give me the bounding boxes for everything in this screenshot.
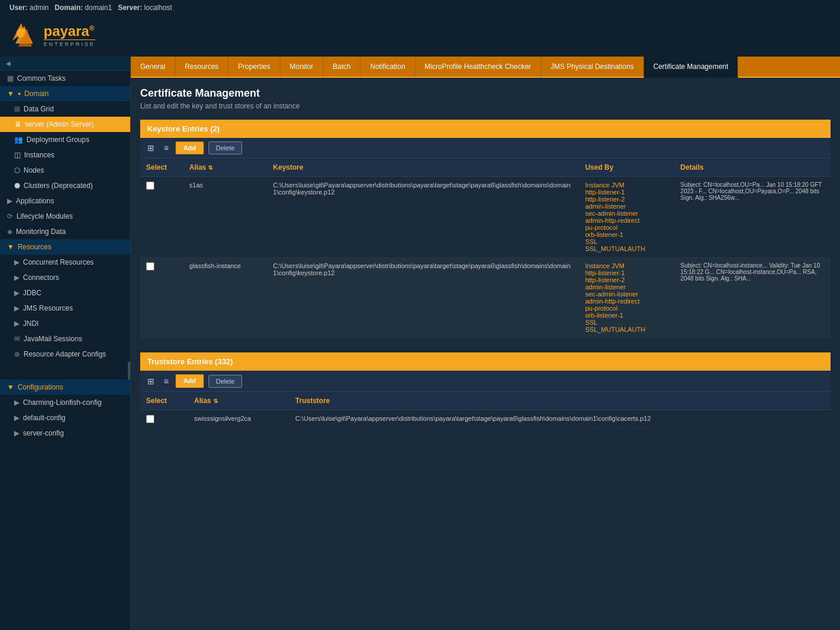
sidebar-item-common-tasks[interactable]: ▦ Common Tasks (0, 71, 130, 86)
tab-batch[interactable]: Batch (323, 57, 361, 77)
sidebar-item-configurations[interactable]: ▼ Configurations (0, 380, 130, 395)
used-by-link[interactable]: sec-admin-listener (585, 210, 669, 217)
sidebar-item-lifecycle-modules[interactable]: ⟳ Lifecycle Modules (0, 209, 130, 224)
triangle-down-icon: ▼ (7, 383, 14, 391)
used-by-link[interactable]: http-listener-1 (585, 269, 669, 276)
sidebar-item-label: server-config (23, 429, 64, 437)
used-by-link[interactable]: admin-listener (585, 203, 669, 210)
truststore-resize-icon[interactable]: ⊞ (145, 375, 157, 387)
mail-icon: ✉ (14, 335, 20, 343)
used-by-link[interactable]: orb-listener-1 (585, 231, 669, 238)
sidebar-item-label: Data Grid (24, 105, 54, 113)
used-by-link[interactable]: Instance JVM (585, 182, 669, 189)
truststore-section: Truststore Entries (332) ⊞ ≡ Add Delete … (140, 352, 831, 430)
used-by-link[interactable]: Instance JVM (585, 262, 669, 269)
sidebar-item-server-config[interactable]: ▶ server-config (0, 426, 130, 441)
sidebar-item-label: Domain (24, 90, 48, 98)
monitor-icon: ◈ (7, 227, 12, 236)
keystore-resize-icon[interactable]: ⊞ (145, 142, 157, 154)
keystore-add-button[interactable]: Add (176, 141, 203, 154)
config-item-icon: ▶ (14, 414, 19, 422)
sidebar-item-domain[interactable]: ▼ ● Domain (0, 86, 130, 101)
used-by-link[interactable]: orb-listener-1 (585, 312, 669, 319)
sidebar-item-jndi[interactable]: ▶ JNDI (0, 316, 130, 331)
sidebar: ◀ ▦ Common Tasks ▼ ● Domain ⊞ Data Grid … (0, 57, 131, 630)
keystore-section: Keystore Entries (2) ⊞ ≡ Add Delete Sele… (140, 120, 831, 338)
truststore-row-checkbox[interactable] (146, 415, 154, 423)
sidebar-item-deployment-groups[interactable]: 👥 Deployment Groups (0, 132, 130, 147)
used-by-link[interactable]: admin-http-redirect (585, 217, 669, 224)
sidebar-item-label: Nodes (24, 166, 44, 174)
server-icon: 🖥 (14, 120, 21, 128)
sidebar-item-label: Clusters (Deprecated) (24, 182, 92, 190)
keystore-row-checkbox[interactable] (146, 262, 154, 271)
tab-notification[interactable]: Notification (361, 57, 415, 77)
sidebar-item-nodes[interactable]: ⬡ Nodes (0, 163, 130, 178)
used-by-link[interactable]: pu-protocol (585, 224, 669, 231)
sidebar-item-default-config[interactable]: ▶ default-config (0, 410, 130, 426)
domain-label: Domain: domain1 (55, 4, 112, 12)
sidebar-item-applications[interactable]: ▶ Applications (0, 193, 130, 209)
used-by-link[interactable]: SSL (585, 238, 669, 245)
alias-sort-icon[interactable]: ⇅ (213, 398, 218, 404)
used-by-link[interactable]: admin-http-redirect (585, 298, 669, 305)
used-by-link[interactable]: SSL (585, 319, 669, 326)
truststore-delete-button[interactable]: Delete (209, 375, 243, 388)
truststore-col-alias: Alias ⇅ (188, 392, 290, 410)
sidebar-item-instances[interactable]: ◫ Instances (0, 147, 130, 163)
sidebar-item-resource-adapter-configs[interactable]: ⊕ Resource Adapter Configs (0, 347, 130, 362)
tab-jms-physical[interactable]: JMS Physical Destinations (541, 57, 644, 77)
keystore-col-keystore: Keystore (267, 159, 580, 177)
used-by-link[interactable]: http-listener-2 (585, 276, 669, 283)
truststore-cell-select (140, 410, 188, 430)
used-by-link[interactable]: SSL_MUTUALAUTH (585, 326, 669, 333)
grid-icon: ⊞ (14, 105, 20, 113)
sidebar-item-charming-lionfish-config[interactable]: ▶ Charming-Lionfish-config (0, 395, 130, 410)
alias-sort-icon[interactable]: ⇅ (208, 164, 213, 171)
keystore-delete-button[interactable]: Delete (209, 141, 243, 154)
tab-properties[interactable]: Properties (229, 57, 280, 77)
sidebar-item-server-admin[interactable]: 🖥 server (Admin Server) (0, 117, 130, 132)
sidebar-item-label: Configurations (18, 383, 63, 391)
sidebar-item-label: JNDI (23, 319, 39, 328)
used-by-link[interactable]: pu-protocol (585, 305, 669, 312)
sidebar-item-jms-resources[interactable]: ▶ JMS Resources (0, 301, 130, 316)
keystore-row-checkbox[interactable] (146, 182, 154, 190)
content-area: General Resources Properties Monitor Bat… (131, 57, 840, 630)
sidebar-item-javamail-sessions[interactable]: ✉ JavaMail Sessions (0, 331, 130, 347)
sidebar-item-concurrent-resources[interactable]: ▶ Concurrent Resources (0, 255, 130, 270)
truststore-col-select: Select (140, 392, 188, 410)
tab-bar: General Resources Properties Monitor Bat… (131, 57, 840, 78)
used-by-link[interactable]: sec-admin-listener (585, 291, 669, 298)
table-row: glassfish-instance C:\Users\luise\git\Pa… (140, 258, 831, 338)
cluster-icon: ⬣ (14, 182, 20, 190)
group-icon: 👥 (14, 136, 23, 144)
tab-general[interactable]: General (131, 57, 176, 77)
sidebar-item-jdbc[interactable]: ▶ JDBC (0, 285, 130, 301)
sidebar-item-data-grid[interactable]: ⊞ Data Grid (0, 101, 130, 117)
truststore-add-button[interactable]: Add (176, 374, 203, 388)
keystore-cell-path: C:\Users\luise\git\Payara\appserver\dist… (267, 177, 580, 258)
lifecycle-icon: ⟳ (7, 212, 13, 220)
keystore-table: Select Alias ⇅ Keystore Used By Details … (140, 159, 831, 338)
keystore-settings-icon[interactable]: ≡ (161, 142, 171, 154)
tab-microprofile-healthcheck[interactable]: MicroProfile Healthcheck Checker (415, 57, 541, 77)
used-by-link[interactable]: SSL_MUTUALAUTH (585, 245, 669, 252)
instance-icon: ◫ (14, 151, 21, 159)
sidebar-item-resources[interactable]: ▼ Resources (0, 239, 130, 255)
tab-certificate-management[interactable]: Certificate Management (644, 57, 738, 78)
keystore-cell-details: Subject: CN=localhost-instance... Validi… (674, 258, 831, 338)
used-by-link[interactable]: http-listener-1 (585, 189, 669, 196)
sidebar-item-clusters[interactable]: ⬣ Clusters (Deprecated) (0, 178, 130, 193)
keystore-cell-used-by: Instance JVMhttp-listener-1http-listener… (579, 177, 674, 258)
sidebar-item-monitoring-data[interactable]: ◈ Monitoring Data (0, 224, 130, 239)
tab-resources[interactable]: Resources (176, 57, 229, 77)
payara-logo-icon (9, 20, 39, 50)
used-by-link[interactable]: http-listener-2 (585, 196, 669, 203)
truststore-cell-alias: swisssignsilverg2ca (188, 410, 290, 430)
grid-icon: ▦ (7, 74, 14, 83)
truststore-settings-icon[interactable]: ≡ (161, 375, 171, 387)
tab-monitor[interactable]: Monitor (280, 57, 323, 77)
used-by-link[interactable]: admin-listener (585, 283, 669, 291)
sidebar-item-connectors[interactable]: ▶ Connectors (0, 270, 130, 285)
